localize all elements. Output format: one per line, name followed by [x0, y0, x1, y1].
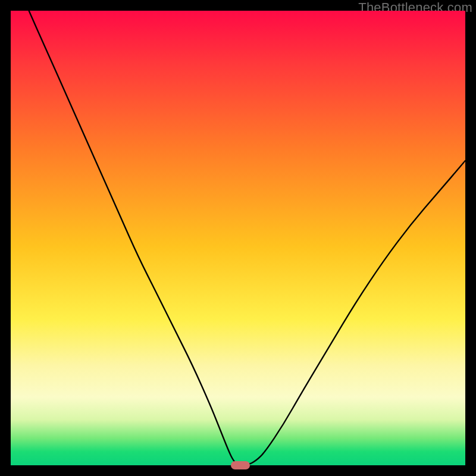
plot-area	[11, 11, 465, 465]
chart-frame: TheBottleneck.com	[0, 0, 476, 476]
curve-svg	[11, 11, 465, 465]
bottleneck-curve-path	[29, 11, 465, 465]
min-marker	[231, 461, 250, 469]
